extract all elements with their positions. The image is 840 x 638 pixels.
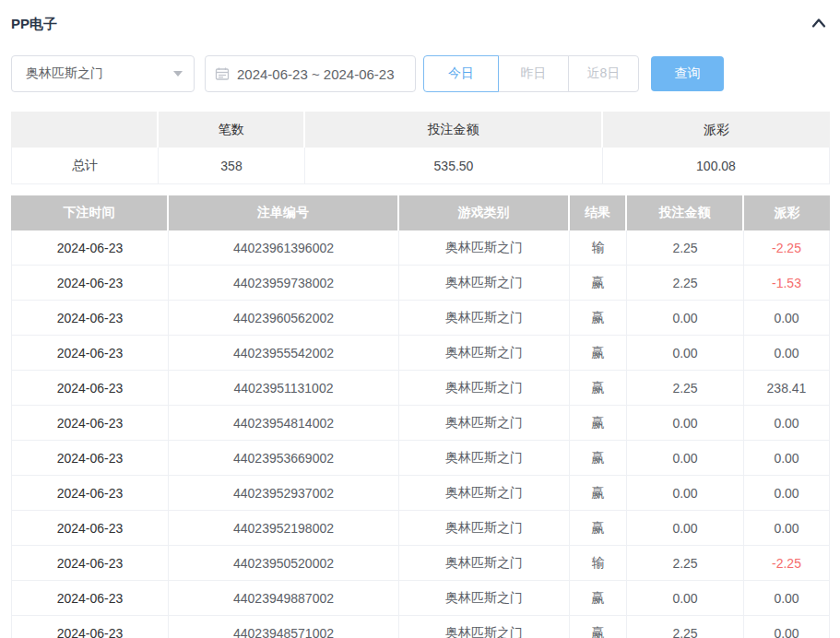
result-cell: 赢 <box>570 371 627 406</box>
bet-time-cell: 2024-06-23 <box>11 301 169 336</box>
table-row: 2024-06-2344023951131002奥林匹斯之门赢2.25238.4… <box>11 371 830 406</box>
chevron-down-icon <box>173 71 183 77</box>
summary-col-bets: 笔数 <box>159 112 305 148</box>
table-row: 2024-06-2344023954814002奥林匹斯之门赢0.000.00 <box>11 406 830 441</box>
bet-amount-cell: 0.00 <box>627 301 744 336</box>
date-range-value: 2024-06-23 ~ 2024-06-23 <box>237 66 395 82</box>
bet-time-cell: 2024-06-23 <box>11 441 169 476</box>
result-cell: 输 <box>570 546 627 581</box>
bet-time-cell: 2024-06-23 <box>11 230 169 266</box>
game-category-cell: 奥林匹斯之门 <box>399 230 570 266</box>
result-cell: 赢 <box>570 476 627 511</box>
game-category-cell: 奥林匹斯之门 <box>399 406 570 441</box>
bet-id-cell: 44023949887002 <box>169 581 399 616</box>
detail-col-game-category: 游戏类别 <box>399 195 570 230</box>
payout-cell: 0.00 <box>744 441 830 476</box>
summary-total-bet-amount: 535.50 <box>305 148 603 184</box>
bet-id-cell: 44023952198002 <box>169 511 399 546</box>
summary-col-bet-amount: 投注金额 <box>305 112 603 148</box>
bet-id-cell: 44023961396002 <box>169 230 399 266</box>
table-row: 2024-06-2344023948571002奥林匹斯之门赢2.250.00 <box>11 616 830 638</box>
bet-time-cell: 2024-06-23 <box>11 581 169 616</box>
table-row: 2024-06-2344023949887002奥林匹斯之门赢0.000.00 <box>11 581 830 616</box>
bet-amount-cell: 0.00 <box>627 336 744 371</box>
bet-time-cell: 2024-06-23 <box>11 266 169 301</box>
payout-cell: 0.00 <box>744 301 830 336</box>
range-button-yesterday[interactable]: 昨日 <box>498 55 569 92</box>
result-cell: 输 <box>570 230 627 266</box>
game-category-cell: 奥林匹斯之门 <box>399 581 570 616</box>
calendar-icon <box>215 66 230 81</box>
bet-id-cell: 44023953669002 <box>169 441 399 476</box>
detail-header-row: 下注时间 注单编号 游戏类别 结果 投注金额 派彩 <box>11 195 830 230</box>
bet-id-cell: 44023948571002 <box>169 616 399 638</box>
game-category-cell: 奥林匹斯之门 <box>399 371 570 406</box>
bet-time-cell: 2024-06-23 <box>11 616 169 638</box>
table-row: 2024-06-2344023952937002奥林匹斯之门赢0.000.00 <box>11 476 830 511</box>
bet-time-cell: 2024-06-23 <box>11 511 169 546</box>
table-row: 2024-06-2344023952198002奥林匹斯之门赢0.000.00 <box>11 511 830 546</box>
payout-cell: 0.00 <box>744 406 830 441</box>
pp-electronic-panel: PP电子 奥林匹斯之门 <box>0 0 840 638</box>
range-button-today[interactable]: 今日 <box>423 55 499 92</box>
detail-col-bet-id: 注单编号 <box>169 195 399 230</box>
table-row: 2024-06-2344023950520002奥林匹斯之门输2.25-2.25 <box>11 546 830 581</box>
bet-amount-cell: 2.25 <box>627 230 744 266</box>
bet-id-cell: 44023960562002 <box>169 301 399 336</box>
summary-table: 笔数 投注金额 派彩 总计 358 535.50 100.08 <box>11 112 830 184</box>
game-category-cell: 奥林匹斯之门 <box>399 616 570 638</box>
detail-col-result: 结果 <box>570 195 627 230</box>
result-cell: 赢 <box>570 581 627 616</box>
bet-amount-cell: 0.00 <box>627 406 744 441</box>
detail-col-bet-amount: 投注金额 <box>627 195 744 230</box>
bet-id-cell: 44023955542002 <box>169 336 399 371</box>
payout-cell: 0.00 <box>744 476 830 511</box>
bet-time-cell: 2024-06-23 <box>11 546 169 581</box>
game-category-cell: 奥林匹斯之门 <box>399 511 570 546</box>
bet-amount-cell: 0.00 <box>627 581 744 616</box>
game-category-cell: 奥林匹斯之门 <box>399 336 570 371</box>
payout-cell: -1.53 <box>744 266 830 301</box>
result-cell: 赢 <box>570 336 627 371</box>
table-row: 2024-06-2344023955542002奥林匹斯之门赢0.000.00 <box>11 336 830 371</box>
table-row: 2024-06-2344023959738002奥林匹斯之门赢2.25-1.53 <box>11 266 830 301</box>
summary-total-row: 总计 358 535.50 100.08 <box>11 148 830 184</box>
payout-cell: 0.00 <box>744 336 830 371</box>
bet-amount-cell: 0.00 <box>627 511 744 546</box>
result-cell: 赢 <box>570 266 627 301</box>
detail-col-bet-time: 下注时间 <box>11 195 169 230</box>
result-cell: 赢 <box>570 616 627 638</box>
game-category-cell: 奥林匹斯之门 <box>399 266 570 301</box>
table-row: 2024-06-2344023953669002奥林匹斯之门赢0.000.00 <box>11 441 830 476</box>
table-row: 2024-06-2344023961396002奥林匹斯之门输2.25-2.25 <box>11 230 830 266</box>
payout-cell: 238.41 <box>744 371 830 406</box>
bet-id-cell: 44023959738002 <box>169 266 399 301</box>
result-cell: 赢 <box>570 511 627 546</box>
bet-id-cell: 44023952937002 <box>169 476 399 511</box>
bet-amount-cell: 2.25 <box>627 371 744 406</box>
game-category-cell: 奥林匹斯之门 <box>399 301 570 336</box>
summary-total-payout: 100.08 <box>603 148 830 184</box>
bet-id-cell: 44023950520002 <box>169 546 399 581</box>
bet-amount-cell: 2.25 <box>627 266 744 301</box>
summary-col-payout: 派彩 <box>603 112 830 148</box>
collapse-panel-button[interactable] <box>808 13 830 35</box>
detail-col-payout: 派彩 <box>744 195 830 230</box>
game-category-cell: 奥林匹斯之门 <box>399 476 570 511</box>
bet-id-cell: 44023954814002 <box>169 406 399 441</box>
payout-cell: 0.00 <box>744 511 830 546</box>
query-button[interactable]: 查询 <box>651 56 724 91</box>
bet-records-table: 下注时间 注单编号 游戏类别 结果 投注金额 派彩 2024-06-234402… <box>11 195 830 638</box>
bet-id-cell: 44023951131002 <box>169 371 399 406</box>
date-range-input[interactable]: 2024-06-23 ~ 2024-06-23 <box>205 55 416 92</box>
bet-amount-cell: 2.25 <box>627 616 744 638</box>
page-title: PP电子 <box>11 16 57 33</box>
game-select[interactable]: 奥林匹斯之门 <box>11 55 195 92</box>
bet-time-cell: 2024-06-23 <box>11 371 169 406</box>
summary-col-blank <box>11 112 159 148</box>
bet-amount-cell: 2.25 <box>627 546 744 581</box>
result-cell: 赢 <box>570 441 627 476</box>
detail-table-body: 2024-06-2344023961396002奥林匹斯之门输2.25-2.25… <box>11 230 830 638</box>
payout-cell: 0.00 <box>744 581 830 616</box>
range-button-last-8-days[interactable]: 近8日 <box>568 55 639 92</box>
